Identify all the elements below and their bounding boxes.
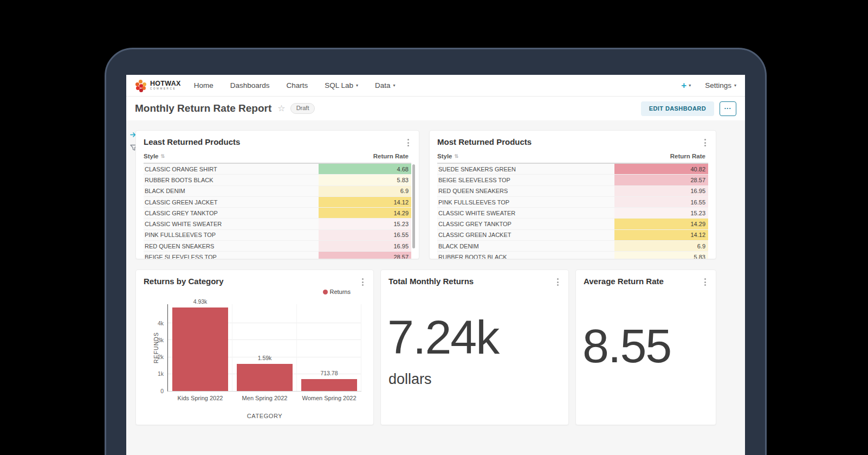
cell-style: CLASSIC ORANGE SHIRT (144, 164, 319, 174)
app-window: HOTWAX COMMERCE HomeDashboardsChartsSQL … (126, 75, 745, 455)
returns-by-category-card: Returns by Category Returns REFUNDS CATE… (135, 270, 374, 425)
average-return-rate-card: Average Return Rate 8.55 (575, 270, 716, 425)
dashboard-header: Monthly Return Rate Report ☆ Draft EDIT … (126, 97, 745, 120)
y-tick-label: 3k (150, 337, 164, 343)
vertical-gridline (232, 304, 232, 391)
nav-item-label: Dashboards (230, 81, 270, 89)
cell-style: PINK FULLSLEEVES TOP (144, 230, 319, 240)
column-header-style[interactable]: Style ⇅ (437, 153, 613, 159)
legend-label: Returns (329, 289, 351, 295)
cell-return-rate: 14.12 (319, 197, 411, 207)
bar-2 (237, 364, 293, 391)
bar-value-label: 4.93k (168, 298, 232, 305)
kebab-menu-icon[interactable] (360, 277, 366, 287)
cell-return-rate: 5.83 (614, 252, 708, 259)
nav-right: + ▾ Settings ▾ (681, 81, 736, 90)
column-header-return-rate[interactable]: Return Rate (318, 153, 411, 159)
y-tick-label: 4k (150, 321, 164, 326)
cell-return-rate: 14.29 (614, 219, 708, 229)
card-title: Total Monthly Returns (388, 277, 474, 286)
big-number-subheader: dollars (388, 371, 432, 388)
kebab-menu-icon[interactable] (702, 277, 708, 287)
least-table-rows: CLASSIC ORANGE SHIRT4.68RUBBER BOOTS BLA… (144, 164, 411, 259)
more-options-button[interactable]: ••• (720, 101, 736, 116)
nav-item-label: Data (375, 81, 391, 89)
table-row: SUEDE SNEAKERS GREEN40.82 (437, 164, 708, 175)
y-tick-label: 2k (150, 354, 164, 360)
most-returned-card: Most Returned Products Style ⇅ Return Ra… (429, 130, 716, 259)
cell-return-rate: 6.9 (614, 241, 708, 251)
most-table: Style ⇅ Return Rate SUEDE SNEAKERS GREEN… (437, 151, 708, 259)
bar-value-label: 713.78 (297, 370, 361, 376)
cell-style: CLASSIC GREY TANKTOP (144, 208, 319, 218)
card-header: Average Return Rate (576, 270, 716, 291)
edit-dashboard-button[interactable]: EDIT DASHBOARD (641, 101, 714, 116)
cell-return-rate: 14.29 (319, 208, 411, 218)
card-title: Most Returned Products (437, 137, 532, 146)
kebab-menu-icon[interactable] (555, 277, 561, 287)
card-title: Average Return Rate (584, 277, 664, 286)
nav-item-charts[interactable]: Charts (286, 81, 308, 89)
nav-item-label: Home (194, 81, 213, 89)
cell-style: RUBBER BOOTS BLACK (437, 252, 614, 259)
nav-item-data[interactable]: Data▾ (375, 81, 396, 89)
bar-1 (172, 307, 229, 391)
least-returned-card: Least Returned Products Style ⇅ Return R… (135, 130, 419, 259)
cell-return-rate: 16.95 (614, 186, 708, 196)
chevron-down-icon: ▾ (393, 84, 396, 88)
card-header: Total Monthly Returns (381, 270, 568, 291)
plus-icon: + (681, 81, 686, 90)
cell-return-rate: 28.57 (614, 175, 708, 185)
table-row: BEIGE SLEEVELESS TOP28.57 (144, 252, 411, 259)
page-title: Monthly Return Rate Report (135, 102, 271, 114)
column-label: Style (144, 153, 159, 159)
top-navbar: HOTWAX COMMERCE HomeDashboardsChartsSQL … (126, 75, 745, 97)
nav-item-home[interactable]: Home (194, 81, 213, 89)
table-header-row: Style ⇅ Return Rate (437, 151, 708, 164)
card-header: Returns by Category (136, 270, 373, 291)
brand-subtitle: COMMERCE (150, 88, 181, 91)
chart-legend[interactable]: Returns (323, 289, 351, 295)
nav-menu: HomeDashboardsChartsSQL Lab▾Data▾ (194, 81, 396, 89)
new-item-button[interactable]: + ▾ (681, 81, 691, 90)
nav-item-dashboards[interactable]: Dashboards (230, 81, 270, 89)
column-header-style[interactable]: Style ⇅ (144, 153, 318, 159)
kebab-menu-icon[interactable] (405, 137, 411, 148)
total-monthly-returns-card: Total Monthly Returns 7.24k dollars (380, 270, 569, 425)
cell-return-rate: 15.23 (319, 219, 411, 229)
big-number-value: 7.24k (387, 313, 498, 361)
cell-style: BEIGE SLEEVELESS TOP (437, 175, 614, 185)
x-axis-title: CATEGORY (168, 413, 361, 419)
table-row: BLACK DENIM6.9 (437, 241, 708, 252)
cell-return-rate: 4.68 (319, 164, 411, 174)
cell-return-rate: 40.82 (614, 164, 708, 174)
brand-text: HOTWAX COMMERCE (150, 80, 181, 91)
nav-item-sql-lab[interactable]: SQL Lab▾ (325, 81, 358, 89)
nav-item-label: Charts (286, 81, 308, 89)
favorite-star-icon[interactable]: ☆ (277, 104, 285, 113)
settings-menu[interactable]: Settings ▾ (705, 81, 736, 89)
table-scrollbar[interactable] (412, 164, 415, 248)
cell-return-rate: 5.83 (319, 175, 411, 185)
dashboard-grid: Least Returned Products Style ⇅ Return R… (126, 120, 745, 455)
cell-return-rate: 16.95 (319, 241, 411, 251)
cell-style: BLACK DENIM (144, 186, 319, 196)
column-header-return-rate[interactable]: Return Rate (613, 153, 708, 159)
chevron-down-icon: ▾ (689, 84, 691, 88)
kebab-menu-icon[interactable] (702, 137, 708, 148)
card-title: Least Returned Products (144, 137, 240, 146)
card-header: Most Returned Products (430, 131, 716, 151)
least-table: Style ⇅ Return Rate CLASSIC ORANGE SHIRT… (144, 151, 411, 259)
nav-item-label: SQL Lab (325, 81, 353, 89)
x-tick-label: Men Spring 2022 (232, 395, 297, 401)
table-row: RUBBER BOOTS BLACK5.83 (437, 252, 708, 259)
table-row: CLASSIC WHITE SWEATER15.23 (437, 208, 708, 219)
table-row: CLASSIC ORANGE SHIRT4.68 (144, 164, 411, 175)
brand-logo[interactable]: HOTWAX COMMERCE (135, 80, 181, 92)
table-row: PINK FULLSLEEVES TOP16.55 (437, 197, 708, 208)
cell-style: PINK FULLSLEEVES TOP (437, 197, 614, 207)
table-row: RED QUEEN SNEAKERS16.95 (144, 241, 411, 252)
table-header-row: Style ⇅ Return Rate (144, 151, 411, 164)
table-row: CLASSIC GREY TANKTOP14.29 (144, 208, 411, 219)
table-row: RUBBER BOOTS BLACK5.83 (144, 175, 411, 185)
